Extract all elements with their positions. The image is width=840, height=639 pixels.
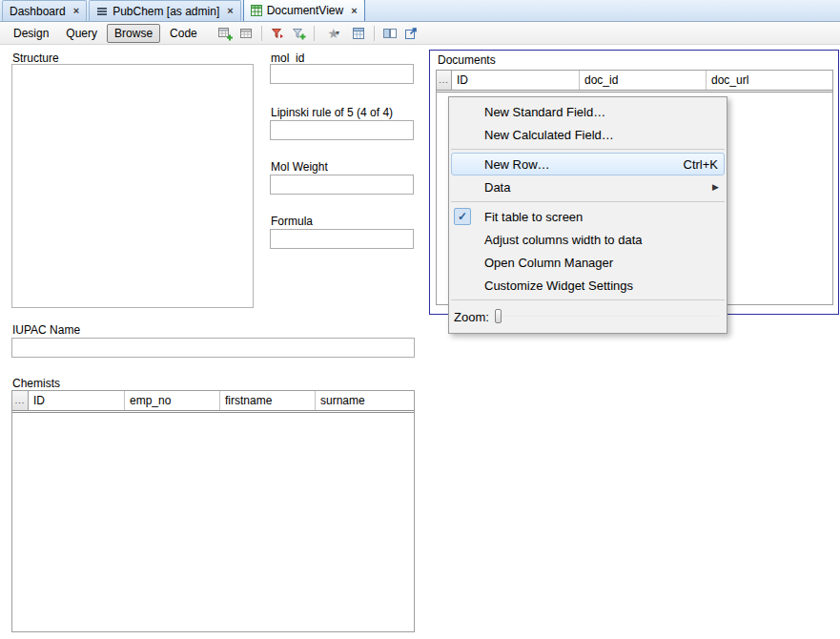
structure-editor[interactable]: [11, 64, 254, 308]
mol-weight-field[interactable]: [270, 175, 414, 195]
menu-item-label: New Calculated Field…: [484, 128, 614, 142]
menu-zoom-row: Zoom:: [449, 303, 727, 330]
tab-label: DocumentView: [267, 4, 343, 17]
column-header-doc-url[interactable]: doc_url: [707, 71, 832, 90]
code-button[interactable]: Code: [162, 24, 205, 43]
menu-item-open-column-manager[interactable]: Open Column Manager: [449, 251, 727, 274]
close-icon[interactable]: ×: [348, 6, 357, 16]
open-in-window-icon[interactable]: [400, 23, 421, 44]
filter-icon[interactable]: [267, 23, 288, 44]
menu-item-label: Adjust columns width to data: [484, 233, 642, 247]
zoom-slider-groove: [494, 316, 719, 317]
zoom-label: Zoom:: [454, 310, 489, 324]
tab-pubchem[interactable]: PubChem [as admin] ×: [89, 0, 241, 21]
formula-label: Formula: [271, 215, 313, 228]
toolbar-separator: [261, 26, 262, 41]
formula-field[interactable]: [270, 229, 414, 249]
toolbar-separator: [314, 26, 315, 41]
chemists-table-header: ... ID emp_no firstname surname: [12, 391, 414, 413]
menu-item-new-standard-field[interactable]: New Standard Field…: [449, 100, 727, 123]
chemists-table-body[interactable]: [12, 413, 414, 631]
documents-label: Documents: [438, 53, 496, 67]
menu-item-new-calculated-field[interactable]: New Calculated Field…: [449, 123, 727, 146]
lipinski-field[interactable]: [270, 120, 414, 140]
table-options-button[interactable]: ...: [437, 71, 452, 90]
column-header-id[interactable]: ID: [452, 71, 580, 90]
lipinski-label: Lipinski rule of 5 (4 of 4): [271, 106, 393, 119]
toolbar-separator: [374, 26, 375, 41]
design-button[interactable]: Design: [6, 24, 56, 43]
list-icon: [96, 6, 108, 17]
menu-item-adjust-columns-width[interactable]: Adjust columns width to data: [449, 228, 727, 251]
iupac-name-label: IUPAC Name: [12, 323, 80, 337]
menu-item-label: Data: [484, 180, 510, 195]
column-header-doc-id[interactable]: doc_id: [580, 71, 707, 90]
add-table-icon[interactable]: [215, 23, 236, 44]
checkmark-icon: ✓: [454, 208, 471, 225]
context-menu: New Standard Field… New Calculated Field…: [448, 96, 727, 334]
menu-item-data[interactable]: Data ▶: [449, 175, 727, 198]
iupac-name-field[interactable]: [11, 338, 415, 358]
menu-item-label: New Row…: [484, 157, 550, 172]
menu-item-fit-table-to-screen[interactable]: ✓ Fit table to screen: [449, 205, 727, 228]
column-header-firstname[interactable]: firstname: [220, 391, 316, 410]
table-icon: [251, 5, 262, 16]
menu-item-customize-widget-settings[interactable]: Customize Widget Settings: [449, 274, 727, 297]
query-button[interactable]: Query: [58, 24, 105, 43]
mol-id-label: mol_id: [271, 52, 304, 65]
mol-id-field[interactable]: [270, 64, 414, 84]
data-grid-icon[interactable]: [348, 23, 369, 44]
structure-label: Structure: [12, 52, 59, 65]
menu-item-label: Customize Widget Settings: [484, 278, 633, 293]
menu-item-label: Fit table to screen: [484, 210, 583, 224]
zoom-slider-handle[interactable]: [495, 309, 502, 323]
menu-item-label: Open Column Manager: [484, 256, 613, 270]
add-filter-icon[interactable]: [288, 23, 309, 44]
submenu-arrow-icon: ▶: [712, 182, 719, 192]
documents-table-header: ... ID doc_id doc_url: [437, 71, 832, 93]
table-options-button[interactable]: ...: [12, 391, 29, 410]
browse-button[interactable]: Browse: [107, 24, 160, 43]
tab-documentview[interactable]: DocumentView ×: [243, 0, 365, 21]
menu-separator: [451, 201, 725, 202]
zoom-slider[interactable]: [494, 308, 719, 325]
column-header-id[interactable]: ID: [29, 391, 125, 410]
close-icon[interactable]: ×: [224, 6, 233, 16]
menu-item-new-row[interactable]: New Row… Ctrl+K: [451, 153, 725, 175]
menu-separator: [451, 149, 725, 150]
tab-label: PubChem [as admin]: [113, 5, 219, 18]
chemists-table: ... ID emp_no firstname surname: [11, 390, 415, 632]
chevron-down-icon: ▾: [336, 29, 339, 37]
chemists-label: Chemists: [12, 377, 60, 390]
close-icon[interactable]: ×: [71, 6, 79, 16]
favorites-dropdown-icon[interactable]: ★ ▾: [319, 23, 348, 44]
shortcut-label: Ctrl+K: [684, 157, 718, 172]
menu-item-label: New Standard Field…: [484, 105, 605, 119]
menu-separator: [451, 299, 725, 300]
table-tool-icon[interactable]: [236, 23, 256, 44]
split-view-icon[interactable]: [379, 23, 400, 44]
toolbar: Design Query Browse Code ★ ▾: [0, 22, 840, 45]
mol-weight-label: Mol Weight: [271, 160, 328, 174]
tab-bar: Dashboard × PubChem [as admin] × Documen…: [0, 0, 840, 22]
column-header-surname[interactable]: surname: [316, 391, 414, 410]
tab-label: Dashboard: [10, 5, 66, 18]
tab-dashboard[interactable]: Dashboard ×: [2, 0, 87, 21]
column-header-emp-no[interactable]: emp_no: [125, 391, 220, 410]
